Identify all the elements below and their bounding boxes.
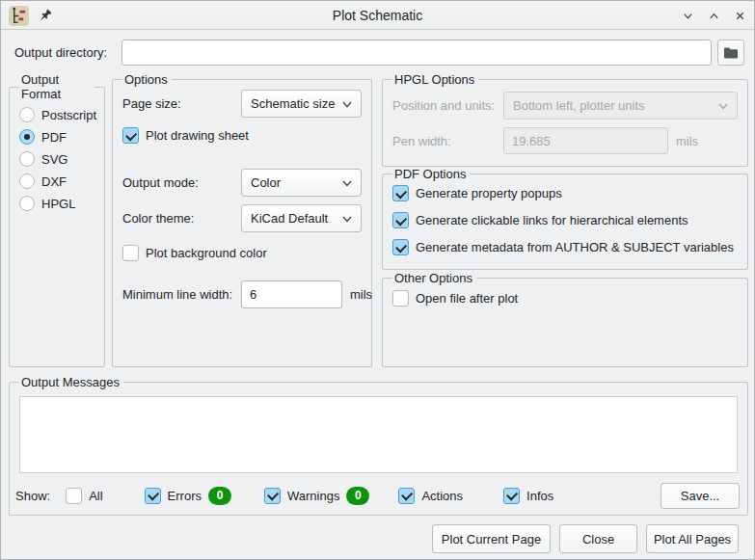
actions-label: Actions <box>421 489 463 503</box>
browse-output-directory-button[interactable] <box>717 40 744 66</box>
format-option-pdf[interactable]: PDF <box>19 128 94 146</box>
pdf-options-title: PDF Options <box>392 167 470 181</box>
hpgl-options-title: HPGL Options <box>392 72 478 87</box>
warnings-count-badge: 0 <box>346 487 369 505</box>
dxf-radio[interactable] <box>19 173 35 189</box>
all-checkbox[interactable] <box>66 488 82 504</box>
options-group: Options Page size: Schematic size Plot d… <box>112 72 372 367</box>
chevron-down-icon <box>341 98 353 110</box>
radio-label: SVG <box>41 152 67 167</box>
filter-errors[interactable]: Errors 0 <box>145 487 231 505</box>
output-mode-label: Output mode: <box>122 175 241 190</box>
errors-checkbox[interactable] <box>145 488 161 504</box>
color-theme-dropdown[interactable]: KiCad Default <box>241 204 362 232</box>
format-option-postscript[interactable]: Postscript <box>19 106 94 123</box>
postscript-radio[interactable] <box>19 107 35 122</box>
show-label: Show: <box>15 489 50 503</box>
generate-property-popups-label: Generate property popups <box>416 186 562 200</box>
chevron-down-icon <box>341 213 353 225</box>
format-option-dxf[interactable]: DXF <box>19 173 94 190</box>
plot-drawing-sheet-checkbox[interactable] <box>122 127 139 144</box>
minimum-line-width-label: Minimum line width: <box>122 287 241 302</box>
folder-icon <box>723 46 739 60</box>
output-format-group: Output Format Postscript PDF SVG DXF HPG… <box>9 72 105 367</box>
message-filter-row: Show: All Errors 0 Warnings 0 Actions <box>15 481 740 510</box>
output-format-title: Output Format <box>19 72 94 101</box>
plot-all-pages-button[interactable]: Plot All Pages <box>646 524 739 553</box>
output-directory-label: Output directory: <box>14 45 107 60</box>
infos-checkbox[interactable] <box>503 488 520 504</box>
title-bar: Plot Schematic <box>1 1 754 30</box>
pen-width-input <box>503 127 668 154</box>
chevron-down-icon <box>717 100 729 112</box>
output-directory-input[interactable] <box>121 40 712 66</box>
filter-warnings[interactable]: Warnings 0 <box>264 487 369 505</box>
generate-metadata-checkbox[interactable] <box>392 239 409 255</box>
radio-label: HPGL <box>41 197 75 211</box>
filter-infos[interactable]: Infos <box>503 488 553 504</box>
errors-label: Errors <box>168 489 202 503</box>
page-size-label: Page size: <box>122 96 241 111</box>
minimum-line-width-unit: mils <box>350 287 372 302</box>
plot-drawing-sheet-row[interactable]: Plot drawing sheet <box>122 127 362 144</box>
plot-background-color-row[interactable]: Plot background color <box>122 245 362 261</box>
plot-current-page-button[interactable]: Plot Current Page <box>432 524 551 553</box>
other-options-title: Other Options <box>392 271 476 285</box>
filter-actions[interactable]: Actions <box>398 488 463 504</box>
position-and-units-dropdown: Bottom left, plotter units <box>503 92 738 120</box>
position-and-units-label: Position and units: <box>392 98 503 113</box>
plot-background-color-label: Plot background color <box>146 246 267 260</box>
infos-label: Infos <box>526 489 553 503</box>
close-button[interactable]: Close <box>559 524 637 553</box>
window-title: Plot Schematic <box>1 8 754 23</box>
radio-label: PDF <box>41 130 67 145</box>
svg-radio[interactable] <box>19 151 35 167</box>
kicad-eeschema-icon <box>9 6 29 26</box>
pin-icon[interactable] <box>38 9 52 23</box>
actions-checkbox[interactable] <box>398 488 415 504</box>
position-and-units-value: Bottom left, plotter units <box>513 98 645 113</box>
open-file-after-plot-label: Open file after plot <box>416 291 518 306</box>
output-messages-group: Output Messages Show: All Errors 0 Warni… <box>9 375 748 516</box>
open-file-after-plot-row[interactable]: Open file after plot <box>392 290 738 307</box>
format-option-svg[interactable]: SVG <box>19 150 94 168</box>
other-options-group: Other Options Open file after plot <box>382 271 748 367</box>
chevron-down-icon[interactable] <box>680 8 696 24</box>
page-size-dropdown[interactable]: Schematic size <box>241 90 362 118</box>
chevron-down-icon <box>341 177 353 189</box>
pen-width-unit: mils <box>676 134 698 148</box>
open-file-after-plot-checkbox[interactable] <box>392 290 409 307</box>
chevron-up-icon[interactable] <box>706 8 722 24</box>
plot-background-color-checkbox[interactable] <box>122 245 139 261</box>
generate-property-popups-row[interactable]: Generate property popups <box>392 185 738 201</box>
close-icon[interactable] <box>732 8 748 24</box>
pdf-radio[interactable] <box>19 129 35 145</box>
generate-metadata-row[interactable]: Generate metadata from AUTHOR & SUBJECT … <box>392 239 738 255</box>
generate-clickable-links-row[interactable]: Generate clickable links for hierarchica… <box>392 212 738 228</box>
radio-label: Postscript <box>41 108 96 122</box>
generate-clickable-links-checkbox[interactable] <box>392 212 409 228</box>
errors-count-badge: 0 <box>208 487 231 505</box>
output-messages-title: Output Messages <box>19 375 123 389</box>
options-title: Options <box>122 72 172 87</box>
save-button[interactable]: Save... <box>661 483 740 509</box>
generate-property-popups-checkbox[interactable] <box>392 185 409 201</box>
generate-metadata-label: Generate metadata from AUTHOR & SUBJECT … <box>416 240 734 254</box>
output-messages-area[interactable] <box>19 396 738 473</box>
minimum-line-width-input[interactable] <box>241 280 342 308</box>
plot-drawing-sheet-label: Plot drawing sheet <box>146 128 249 143</box>
warnings-checkbox[interactable] <box>264 488 281 504</box>
filter-all[interactable]: All <box>66 488 102 504</box>
color-theme-label: Color theme: <box>122 211 241 226</box>
all-label: All <box>89 489 102 503</box>
output-mode-dropdown[interactable]: Color <box>241 169 362 197</box>
format-option-hpgl[interactable]: HPGL <box>19 195 94 212</box>
warnings-label: Warnings <box>287 489 339 503</box>
dialog-action-row: Plot Current Page Close Plot All Pages <box>432 524 739 553</box>
hpgl-radio[interactable] <box>19 196 35 211</box>
pdf-options-group: PDF Options Generate property popups Gen… <box>382 167 748 270</box>
generate-clickable-links-label: Generate clickable links for hierarchica… <box>416 213 688 227</box>
color-theme-value: KiCad Default <box>251 211 328 226</box>
radio-label: DXF <box>41 174 67 189</box>
output-mode-value: Color <box>251 175 281 190</box>
